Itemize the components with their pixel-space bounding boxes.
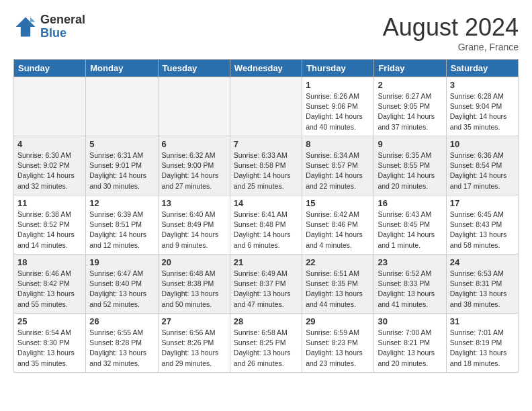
weekday-header: Monday xyxy=(86,60,158,77)
calendar-cell: 23Sunrise: 6:52 AM Sunset: 8:33 PM Dayli… xyxy=(374,255,446,314)
day-info: Sunrise: 6:38 AM Sunset: 8:52 PM Dayligh… xyxy=(17,210,82,250)
calendar-cell: 7Sunrise: 6:33 AM Sunset: 8:58 PM Daylig… xyxy=(230,136,302,195)
calendar-cell xyxy=(14,77,86,136)
calendar-cell xyxy=(86,77,158,136)
weekday-header-row: SundayMondayTuesdayWednesdayThursdayFrid… xyxy=(14,60,519,77)
day-number: 24 xyxy=(450,257,515,267)
day-info: Sunrise: 6:52 AM Sunset: 8:33 PM Dayligh… xyxy=(378,269,442,310)
calendar-cell: 24Sunrise: 6:53 AM Sunset: 8:31 PM Dayli… xyxy=(446,255,518,314)
day-info: Sunrise: 6:30 AM Sunset: 9:02 PM Dayligh… xyxy=(17,150,82,191)
day-info: Sunrise: 6:45 AM Sunset: 8:43 PM Dayligh… xyxy=(450,210,515,250)
day-number: 17 xyxy=(450,198,515,208)
day-number: 10 xyxy=(450,139,515,149)
day-info: Sunrise: 6:59 AM Sunset: 8:23 PM Dayligh… xyxy=(306,328,370,369)
logo: General Blue xyxy=(13,13,85,40)
day-number: 5 xyxy=(89,139,154,149)
calendar-cell: 17Sunrise: 6:45 AM Sunset: 8:43 PM Dayli… xyxy=(446,195,518,255)
calendar-cell: 20Sunrise: 6:48 AM Sunset: 8:38 PM Dayli… xyxy=(158,255,230,314)
calendar-cell: 30Sunrise: 7:00 AM Sunset: 8:21 PM Dayli… xyxy=(374,314,446,373)
calendar-cell xyxy=(158,77,230,136)
day-info: Sunrise: 6:27 AM Sunset: 9:05 PM Dayligh… xyxy=(378,91,442,132)
month-title: August 2024 xyxy=(383,13,519,42)
day-number: 16 xyxy=(378,198,442,208)
calendar-cell: 15Sunrise: 6:42 AM Sunset: 8:46 PM Dayli… xyxy=(302,195,374,255)
day-info: Sunrise: 6:34 AM Sunset: 8:57 PM Dayligh… xyxy=(306,150,370,191)
svg-marker-1 xyxy=(30,17,35,21)
calendar-cell: 22Sunrise: 6:51 AM Sunset: 8:35 PM Dayli… xyxy=(302,255,374,314)
day-info: Sunrise: 6:43 AM Sunset: 8:45 PM Dayligh… xyxy=(378,210,442,250)
location: Grane, France xyxy=(383,42,519,52)
calendar-cell: 19Sunrise: 6:47 AM Sunset: 8:40 PM Dayli… xyxy=(86,255,158,314)
day-number: 27 xyxy=(162,316,226,326)
day-info: Sunrise: 6:33 AM Sunset: 8:58 PM Dayligh… xyxy=(234,150,298,191)
calendar-cell: 12Sunrise: 6:39 AM Sunset: 8:51 PM Dayli… xyxy=(86,195,158,255)
day-info: Sunrise: 7:00 AM Sunset: 8:21 PM Dayligh… xyxy=(378,328,442,369)
day-info: Sunrise: 6:40 AM Sunset: 8:49 PM Dayligh… xyxy=(162,210,226,250)
day-info: Sunrise: 6:58 AM Sunset: 8:25 PM Dayligh… xyxy=(234,328,298,369)
day-info: Sunrise: 6:54 AM Sunset: 8:30 PM Dayligh… xyxy=(17,328,82,369)
day-number: 14 xyxy=(234,198,298,208)
weekday-header: Thursday xyxy=(302,60,374,77)
calendar-cell: 16Sunrise: 6:43 AM Sunset: 8:45 PM Dayli… xyxy=(374,195,446,255)
day-info: Sunrise: 6:49 AM Sunset: 8:37 PM Dayligh… xyxy=(234,269,298,310)
day-number: 15 xyxy=(306,198,370,208)
weekday-header: Tuesday xyxy=(158,60,230,77)
day-number: 1 xyxy=(306,80,370,90)
day-number: 7 xyxy=(234,139,298,149)
day-info: Sunrise: 6:46 AM Sunset: 8:42 PM Dayligh… xyxy=(17,269,82,310)
day-number: 2 xyxy=(378,80,442,90)
calendar-cell: 31Sunrise: 7:01 AM Sunset: 8:19 PM Dayli… xyxy=(446,314,518,373)
calendar-cell: 10Sunrise: 6:36 AM Sunset: 8:54 PM Dayli… xyxy=(446,136,518,195)
calendar-cell: 14Sunrise: 6:41 AM Sunset: 8:48 PM Dayli… xyxy=(230,195,302,255)
day-info: Sunrise: 6:31 AM Sunset: 9:01 PM Dayligh… xyxy=(89,150,154,191)
day-info: Sunrise: 6:39 AM Sunset: 8:51 PM Dayligh… xyxy=(89,210,154,250)
day-number: 22 xyxy=(306,257,370,267)
day-number: 6 xyxy=(162,139,226,149)
calendar-cell: 25Sunrise: 6:54 AM Sunset: 8:30 PM Dayli… xyxy=(14,314,86,373)
calendar-week-row: 11Sunrise: 6:38 AM Sunset: 8:52 PM Dayli… xyxy=(14,195,519,255)
calendar-cell: 27Sunrise: 6:56 AM Sunset: 8:26 PM Dayli… xyxy=(158,314,230,373)
logo-icon xyxy=(13,15,38,39)
day-number: 23 xyxy=(378,257,442,267)
day-number: 21 xyxy=(234,257,298,267)
calendar-cell xyxy=(230,77,302,136)
day-info: Sunrise: 6:28 AM Sunset: 9:04 PM Dayligh… xyxy=(450,91,515,132)
day-info: Sunrise: 6:42 AM Sunset: 8:46 PM Dayligh… xyxy=(306,210,370,250)
day-number: 12 xyxy=(89,198,154,208)
day-number: 31 xyxy=(450,316,515,326)
calendar-table: SundayMondayTuesdayWednesdayThursdayFrid… xyxy=(13,59,519,373)
day-number: 3 xyxy=(450,80,515,90)
day-info: Sunrise: 7:01 AM Sunset: 8:19 PM Dayligh… xyxy=(450,328,515,369)
day-info: Sunrise: 6:55 AM Sunset: 8:28 PM Dayligh… xyxy=(89,328,154,369)
calendar-cell: 2Sunrise: 6:27 AM Sunset: 9:05 PM Daylig… xyxy=(374,77,446,136)
calendar-cell: 11Sunrise: 6:38 AM Sunset: 8:52 PM Dayli… xyxy=(14,195,86,255)
weekday-header: Saturday xyxy=(446,60,518,77)
day-info: Sunrise: 6:56 AM Sunset: 8:26 PM Dayligh… xyxy=(162,328,226,369)
day-number: 25 xyxy=(17,316,82,326)
weekday-header: Sunday xyxy=(14,60,86,77)
day-number: 13 xyxy=(162,198,226,208)
calendar-cell: 26Sunrise: 6:55 AM Sunset: 8:28 PM Dayli… xyxy=(86,314,158,373)
day-number: 9 xyxy=(378,139,442,149)
day-number: 18 xyxy=(17,257,82,267)
calendar-cell: 1Sunrise: 6:26 AM Sunset: 9:06 PM Daylig… xyxy=(302,77,374,136)
weekday-header: Friday xyxy=(374,60,446,77)
day-number: 4 xyxy=(17,139,82,149)
calendar-cell: 21Sunrise: 6:49 AM Sunset: 8:37 PM Dayli… xyxy=(230,255,302,314)
calendar-cell: 18Sunrise: 6:46 AM Sunset: 8:42 PM Dayli… xyxy=(14,255,86,314)
calendar-cell: 3Sunrise: 6:28 AM Sunset: 9:04 PM Daylig… xyxy=(446,77,518,136)
day-number: 8 xyxy=(306,139,370,149)
calendar-week-row: 18Sunrise: 6:46 AM Sunset: 8:42 PM Dayli… xyxy=(14,255,519,314)
calendar-cell: 9Sunrise: 6:35 AM Sunset: 8:55 PM Daylig… xyxy=(374,136,446,195)
calendar-week-row: 25Sunrise: 6:54 AM Sunset: 8:30 PM Dayli… xyxy=(14,314,519,373)
title-block: August 2024 Grane, France xyxy=(383,13,519,52)
day-number: 29 xyxy=(306,316,370,326)
day-info: Sunrise: 6:53 AM Sunset: 8:31 PM Dayligh… xyxy=(450,269,515,310)
calendar-cell: 5Sunrise: 6:31 AM Sunset: 9:01 PM Daylig… xyxy=(86,136,158,195)
logo-blue-text: Blue xyxy=(40,27,85,40)
day-number: 20 xyxy=(162,257,226,267)
day-number: 30 xyxy=(378,316,442,326)
calendar-cell: 28Sunrise: 6:58 AM Sunset: 8:25 PM Dayli… xyxy=(230,314,302,373)
day-number: 28 xyxy=(234,316,298,326)
weekday-header: Wednesday xyxy=(230,60,302,77)
